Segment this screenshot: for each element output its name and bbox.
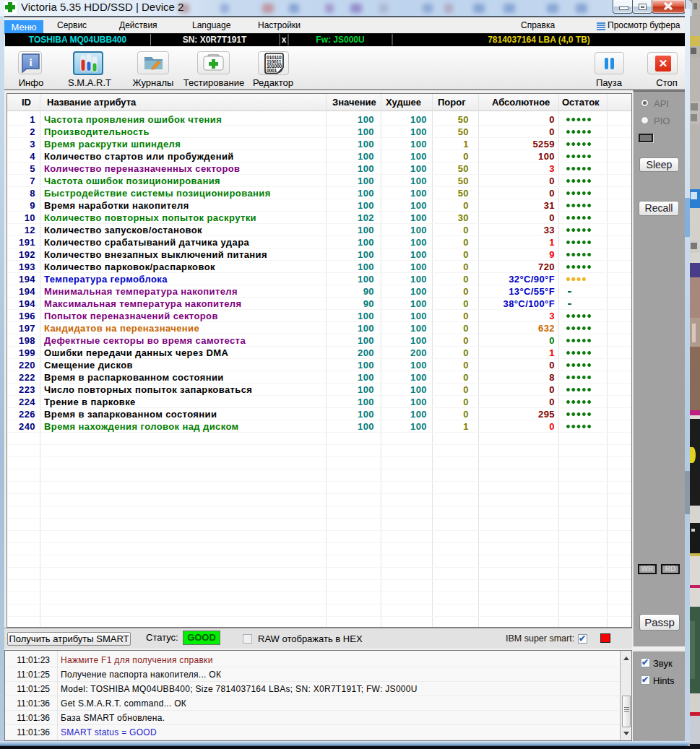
svg-text:0001: 0001: [267, 68, 277, 73]
svg-text:i: i: [29, 56, 32, 68]
